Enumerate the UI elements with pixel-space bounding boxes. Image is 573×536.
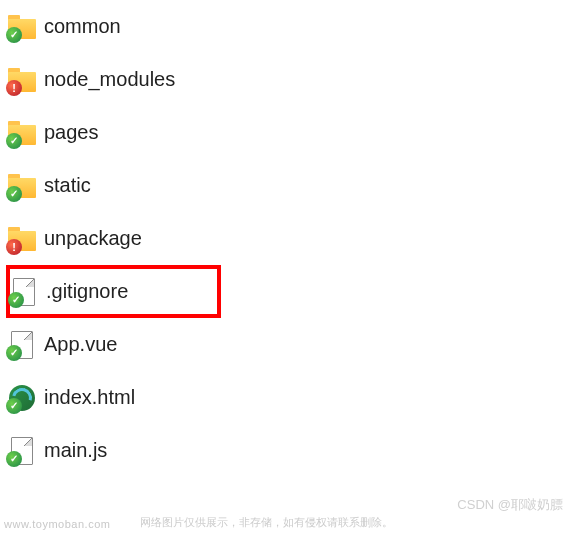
list-item[interactable]: common <box>6 0 573 53</box>
file-name-label: static <box>44 174 91 197</box>
watermark-author: CSDN @耶啵奶膘 <box>457 496 563 514</box>
watermark-disclaimer: 网络图片仅供展示，非存储，如有侵权请联系删除。 <box>140 515 393 530</box>
file-name-label: App.vue <box>44 333 117 356</box>
folder-icon <box>8 119 36 147</box>
status-ok-icon <box>6 186 22 202</box>
watermark-site: www.toymoban.com <box>4 518 110 530</box>
list-item-highlighted[interactable]: .gitignore <box>6 265 221 318</box>
file-icon <box>8 437 36 465</box>
html-file-icon <box>8 384 36 412</box>
file-name-label: main.js <box>44 439 107 462</box>
file-name-label: index.html <box>44 386 135 409</box>
file-name-label: pages <box>44 121 99 144</box>
folder-icon <box>8 13 36 41</box>
folder-icon <box>8 66 36 94</box>
vue-file-icon <box>8 331 36 359</box>
file-name-label: node_modules <box>44 68 175 91</box>
list-item[interactable]: App.vue <box>6 318 573 371</box>
status-ok-icon <box>6 345 22 361</box>
status-ok-icon <box>6 451 22 467</box>
file-icon <box>10 278 38 306</box>
status-error-icon <box>6 80 22 96</box>
list-item[interactable]: node_modules <box>6 53 573 106</box>
status-ok-icon <box>6 133 22 149</box>
list-item[interactable]: index.html <box>6 371 573 424</box>
list-item[interactable]: unpackage <box>6 212 573 265</box>
folder-icon <box>8 172 36 200</box>
file-name-label: unpackage <box>44 227 142 250</box>
status-ok-icon <box>8 292 24 308</box>
status-ok-icon <box>6 398 22 414</box>
status-ok-icon <box>6 27 22 43</box>
file-list: common node_modules pages static unpacka… <box>6 0 573 477</box>
list-item[interactable]: main.js <box>6 424 573 477</box>
file-name-label: common <box>44 15 121 38</box>
file-name-label: .gitignore <box>46 280 128 303</box>
list-item[interactable]: pages <box>6 106 573 159</box>
folder-icon <box>8 225 36 253</box>
status-error-icon <box>6 239 22 255</box>
list-item[interactable]: static <box>6 159 573 212</box>
